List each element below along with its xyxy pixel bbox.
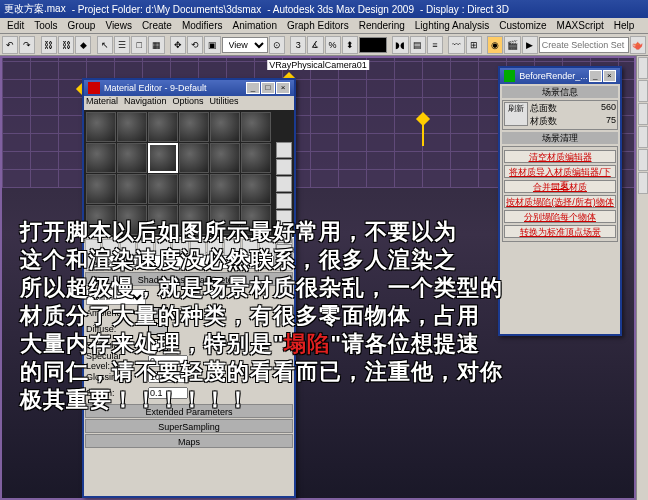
material-slot[interactable]	[86, 112, 116, 142]
merge-same-name-button[interactable]: 合并同名材质	[504, 180, 616, 193]
snap-button[interactable]: 3	[290, 36, 306, 54]
menu-modifiers[interactable]: Modifiers	[177, 20, 228, 31]
material-slot[interactable]	[117, 112, 147, 142]
display-tab[interactable]	[638, 149, 648, 171]
mat-menu-material[interactable]: Material	[86, 96, 118, 110]
unlink-button[interactable]: ⛓	[58, 36, 74, 54]
curve-editor-button[interactable]: 〰	[448, 36, 464, 54]
scale-button[interactable]: ▣	[204, 36, 220, 54]
menu-group[interactable]: Group	[63, 20, 101, 31]
motion-tab[interactable]	[638, 126, 648, 148]
material-slot[interactable]	[148, 112, 178, 142]
material-slot[interactable]	[117, 174, 147, 204]
sample-uv-button[interactable]	[276, 193, 292, 209]
window-crossing-button[interactable]: ▦	[148, 36, 164, 54]
material-slot[interactable]	[210, 112, 240, 142]
material-slot[interactable]	[241, 112, 271, 142]
mini-listener[interactable]	[359, 37, 387, 53]
shader-rollout-header[interactable]: Shader Basic Parameters	[85, 272, 293, 286]
material-slot[interactable]	[241, 205, 271, 235]
supersampling-rollout[interactable]: SuperSampling	[85, 419, 293, 433]
minimize-button[interactable]: _	[589, 70, 602, 82]
material-slot[interactable]	[117, 143, 147, 173]
menu-help[interactable]: Help	[609, 20, 640, 31]
angle-snap-button[interactable]: ∡	[307, 36, 323, 54]
pick-button[interactable]: ↘	[86, 253, 104, 271]
percent-snap-button[interactable]: %	[325, 36, 341, 54]
shader-type-dropdown[interactable]: Blinn	[86, 289, 146, 305]
menu-customize[interactable]: Customize	[494, 20, 551, 31]
convert-standard-button[interactable]: 转换为标准顶点场景	[504, 225, 616, 238]
mat-menu-navigation[interactable]: Navigation	[124, 96, 167, 110]
select-rect-button[interactable]: □	[131, 36, 147, 54]
menu-maxscript[interactable]: MAXScript	[552, 20, 609, 31]
select-button[interactable]: ↖	[97, 36, 113, 54]
material-slot[interactable]	[179, 143, 209, 173]
maps-rollout[interactable]: Maps	[85, 434, 293, 448]
extended-params-rollout[interactable]: Extended Parameters	[85, 404, 293, 418]
ambient-swatch[interactable]	[148, 307, 168, 319]
material-slot[interactable]	[148, 174, 178, 204]
layer-button[interactable]: ≡	[427, 36, 443, 54]
spec-level-input[interactable]	[148, 355, 188, 367]
menu-lighting[interactable]: Lighting Analysis	[410, 20, 495, 31]
material-slot[interactable]	[179, 112, 209, 142]
soften-input[interactable]	[148, 387, 188, 399]
collapse-each-button[interactable]: 分别塌陷每个物体	[504, 210, 616, 223]
refresh-button[interactable]: 刷新	[504, 102, 528, 126]
material-name-input[interactable]	[104, 255, 274, 269]
before-render-titlebar[interactable]: BeforeRender_... _ ×	[500, 68, 620, 84]
selection-set-input[interactable]	[539, 37, 629, 53]
ref-coord-dropdown[interactable]: View	[222, 37, 268, 53]
material-slot[interactable]	[210, 174, 240, 204]
menu-create[interactable]: Create	[137, 20, 177, 31]
close-button[interactable]: ×	[276, 82, 290, 94]
material-slot[interactable]	[86, 174, 116, 204]
rotate-button[interactable]: ⟲	[187, 36, 203, 54]
options-button[interactable]	[276, 244, 292, 260]
mat-menu-options[interactable]: Options	[173, 96, 204, 110]
align-button[interactable]: ▤	[410, 36, 426, 54]
menu-views[interactable]: Views	[100, 20, 137, 31]
material-slot[interactable]	[179, 174, 209, 204]
render-frame-button[interactable]: ▶	[522, 36, 538, 54]
material-slot-selected[interactable]	[148, 143, 178, 173]
backlight-button[interactable]	[276, 159, 292, 175]
select-name-button[interactable]: ☰	[114, 36, 130, 54]
diffuse-swatch[interactable]	[148, 323, 168, 335]
modify-tab[interactable]	[638, 80, 648, 102]
material-slot[interactable]	[210, 143, 240, 173]
mat-menu-utilities[interactable]: Utilities	[210, 96, 239, 110]
minimize-button[interactable]: _	[246, 82, 260, 94]
glossiness-input[interactable]	[148, 371, 188, 383]
mirror-button[interactable]: ◗◖	[392, 36, 408, 54]
material-slot[interactable]	[86, 205, 116, 235]
menu-edit[interactable]: Edit	[2, 20, 29, 31]
redo-button[interactable]: ↷	[19, 36, 35, 54]
material-slot[interactable]	[241, 143, 271, 173]
spinner-snap-button[interactable]: ⬍	[342, 36, 358, 54]
hierarchy-tab[interactable]	[638, 103, 648, 125]
pivot-button[interactable]: ⊙	[269, 36, 285, 54]
undo-button[interactable]: ↶	[2, 36, 18, 54]
clear-material-editor-button[interactable]: 清空材质编辑器	[504, 150, 616, 163]
utilities-tab[interactable]	[638, 172, 648, 194]
specular-swatch[interactable]	[148, 339, 168, 351]
material-editor-button[interactable]: ◉	[487, 36, 503, 54]
link-button[interactable]: ⛓	[41, 36, 57, 54]
import-materials-button[interactable]: 将材质导入材质编辑器/下一页	[504, 165, 616, 178]
material-slot[interactable]	[148, 205, 178, 235]
close-button[interactable]: ×	[603, 70, 616, 82]
menu-rendering[interactable]: Rendering	[354, 20, 410, 31]
maximize-button[interactable]: □	[261, 82, 275, 94]
video-check-button[interactable]	[276, 210, 292, 226]
menu-graph[interactable]: Graph Editors	[282, 20, 354, 31]
preview-button[interactable]	[276, 227, 292, 243]
material-slot[interactable]	[210, 205, 240, 235]
bind-button[interactable]: ◆	[75, 36, 91, 54]
collapse-by-material-button[interactable]: 按材质塌陷(选择/所有)物体	[504, 195, 616, 208]
schematic-button[interactable]: ⊞	[466, 36, 482, 54]
render-button[interactable]: 🫖	[630, 36, 646, 54]
material-slot[interactable]	[86, 143, 116, 173]
menu-animation[interactable]: Animation	[227, 20, 281, 31]
